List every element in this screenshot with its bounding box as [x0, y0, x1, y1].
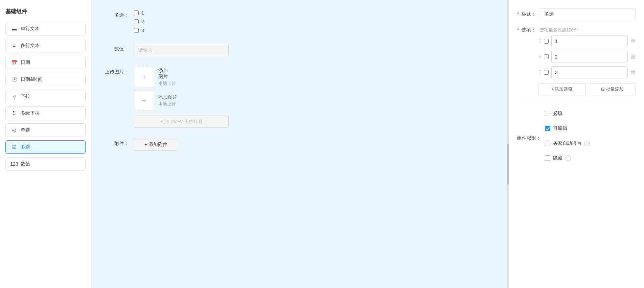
- sidebar-item-label: 单行文本: [21, 26, 40, 32]
- sidebar-item-label: 日期: [21, 59, 30, 66]
- dropdown-icon: ▽: [11, 93, 17, 99]
- checkbox-item: 1: [134, 10, 495, 16]
- datetime-icon: 🕐: [11, 76, 17, 82]
- perm-checkbox-buyer-fill[interactable]: [545, 141, 550, 146]
- add-options-row: + 添加选项 ⊞ 批量添加: [538, 83, 636, 95]
- checkbox-input[interactable]: [134, 10, 139, 15]
- upload-local-link[interactable]: 本地上传: [158, 80, 176, 87]
- scrollbar-thumb[interactable]: [507, 144, 509, 185]
- sidebar-item-number[interactable]: 123 数值: [5, 157, 86, 171]
- form-content-multi-select-row: 1 2 3: [134, 10, 495, 33]
- paste-area[interactable]: 可用 Ctrl+V 上传截图: [134, 116, 229, 128]
- info-icon-hidden[interactable]: i: [565, 155, 571, 161]
- checkbox-item: 3: [134, 28, 495, 33]
- upload-section: + 添加图片 本地上传 + 添加图片 本地上传 可用 Ctrl+V 上传截图: [134, 67, 495, 128]
- center-row-attachment-row: 附件： + 添加附件: [105, 139, 495, 151]
- scrollbar-track[interactable]: [507, 0, 509, 288]
- sidebar-item-date[interactable]: 📅 日期: [5, 56, 86, 69]
- sidebar-item-label: 多级下拉: [21, 110, 40, 116]
- checkbox-label: 3: [141, 28, 144, 33]
- number-icon: 123: [11, 161, 17, 167]
- drag-handle-2[interactable]: ⠿: [538, 70, 541, 75]
- perm-item-required: 必填: [545, 111, 590, 117]
- perm-item-buyer-fill: 买家自助填写 i: [545, 140, 590, 146]
- sidebar-title: 基础组件: [5, 8, 86, 15]
- upload-local-link[interactable]: 本地上传: [158, 101, 177, 107]
- perm-checkbox-required[interactable]: [545, 111, 550, 116]
- sidebar-item-checkbox[interactable]: ☑ 多选: [5, 140, 86, 154]
- perm-checkbox-editable[interactable]: [545, 126, 550, 131]
- center-row-upload-row: 上传图片： + 添加图片 本地上传 + 添加图片 本地上传 可用 Ctrl+V …: [105, 67, 495, 128]
- sidebar-item-date-time[interactable]: 🕐 日期&时间: [5, 73, 86, 86]
- checkbox-input[interactable]: [134, 19, 139, 24]
- multi-line-icon: ≡: [11, 43, 17, 49]
- option-input-1[interactable]: [551, 51, 628, 63]
- upload-text: 添加图片 本地上传: [158, 68, 176, 87]
- info-icon-buyer-fill[interactable]: i: [584, 141, 590, 146]
- sidebar-item-dropdown[interactable]: ▽ 下拉: [5, 90, 86, 103]
- perm-item-editable: 可编辑: [545, 125, 590, 131]
- perm-checkbox-hidden[interactable]: [545, 155, 550, 161]
- form-content-attachment-row: + 添加附件: [134, 139, 495, 151]
- option-checkbox-2[interactable]: [544, 70, 549, 75]
- checkbox-icon: ☑: [11, 144, 17, 150]
- add-option-button[interactable]: + 添加选项: [538, 83, 585, 95]
- sidebar-item-label: 多选: [21, 144, 30, 150]
- delete-option-button-0[interactable]: 🗑: [630, 39, 636, 44]
- permissions-label-row: 组件权限： 必填 可编辑 买家自助填写 i 隐藏 i: [517, 111, 636, 166]
- sidebar-item-multi-line[interactable]: ≡ 多行文本: [5, 39, 86, 52]
- option-row-0: ⠿ 🗑: [538, 35, 636, 47]
- perm-item-hidden: 隐藏 i: [545, 155, 590, 161]
- option-input-0[interactable]: [551, 35, 628, 47]
- perm-label-hidden: 隐藏: [553, 155, 562, 161]
- sidebar-item-multi-dropdown[interactable]: ⠿ 多级下拉: [5, 106, 86, 120]
- permissions-label: 组件权限：: [517, 135, 541, 141]
- perm-label-buyer-fill: 买家自助填写: [553, 140, 581, 146]
- sidebar-item-label: 日期&时间: [21, 76, 43, 82]
- checkbox-item: 2: [134, 19, 495, 24]
- form-label-multi-select-row: 多选：: [105, 10, 129, 18]
- upload-text: 添加图片 本地上传: [158, 94, 177, 107]
- date-icon: 📅: [11, 59, 17, 66]
- sidebar-item-single-line[interactable]: ▬ 单行文本: [5, 22, 86, 35]
- upload-box-1: + 添加图片 本地上传: [134, 91, 495, 111]
- sidebar-item-radio[interactable]: ◎ 单选: [5, 123, 86, 137]
- divider: [517, 102, 636, 102]
- title-input[interactable]: [540, 8, 636, 20]
- perm-label-required: 必填: [553, 111, 562, 117]
- form-label-upload-row: 上传图片：: [105, 67, 129, 75]
- sidebar-item-label: 数值: [21, 161, 30, 167]
- center-panel: 多选： 1 2 3 数值： 上传图片： +: [91, 0, 509, 288]
- main-area: 多选： 1 2 3 数值： 上传图片： +: [91, 0, 644, 288]
- batch-add-button[interactable]: ⊞ 批量添加: [589, 83, 636, 95]
- sidebar: 基础组件 ▬ 单行文本 ≡ 多行文本 📅 日期 🕐 日期&时间 ▽ 下拉 ⠿ 多…: [0, 0, 91, 288]
- sidebar-item-label: 下拉: [21, 93, 30, 99]
- radio-icon: ◎: [11, 127, 17, 133]
- sidebar-item-label: 单选: [21, 127, 30, 133]
- option-checkbox-1[interactable]: [544, 54, 549, 59]
- option-input-2[interactable]: [551, 66, 628, 78]
- number-input[interactable]: [134, 44, 229, 56]
- upload-plus-button[interactable]: +: [134, 67, 154, 87]
- delete-option-button-1[interactable]: 🗑: [630, 54, 636, 59]
- attachment-button[interactable]: + 添加附件: [134, 139, 178, 151]
- form-label-attachment-row: 附件：: [105, 139, 129, 147]
- center-row-multi-select-row: 多选： 1 2 3: [105, 10, 495, 33]
- option-checkbox-0[interactable]: [544, 39, 549, 44]
- permissions-section: 组件权限： 必填 可编辑 买家自助填写 i 隐藏 i: [517, 111, 636, 166]
- drag-handle-1[interactable]: ⠿: [538, 54, 541, 59]
- delete-option-button-2[interactable]: 🗑: [630, 70, 636, 75]
- checkbox-label: 1: [141, 10, 144, 16]
- option-row-2: ⠿ 🗑: [538, 66, 636, 78]
- multi-dropdown-icon: ⠿: [11, 110, 17, 116]
- drag-handle-0[interactable]: ⠿: [538, 39, 541, 44]
- form-content-upload-row: + 添加图片 本地上传 + 添加图片 本地上传 可用 Ctrl+V 上传截图: [134, 67, 495, 128]
- form-content-number-row: [134, 44, 495, 56]
- upload-main-text: 添加图片: [158, 68, 176, 80]
- checkbox-input[interactable]: [134, 28, 139, 33]
- perm-label-editable: 可编辑: [553, 125, 567, 131]
- checkbox-group: 1 2 3: [134, 10, 495, 33]
- option-row-1: ⠿ 🗑: [538, 51, 636, 63]
- upload-plus-button[interactable]: +: [134, 91, 154, 111]
- center-row-number-row: 数值：: [105, 44, 495, 56]
